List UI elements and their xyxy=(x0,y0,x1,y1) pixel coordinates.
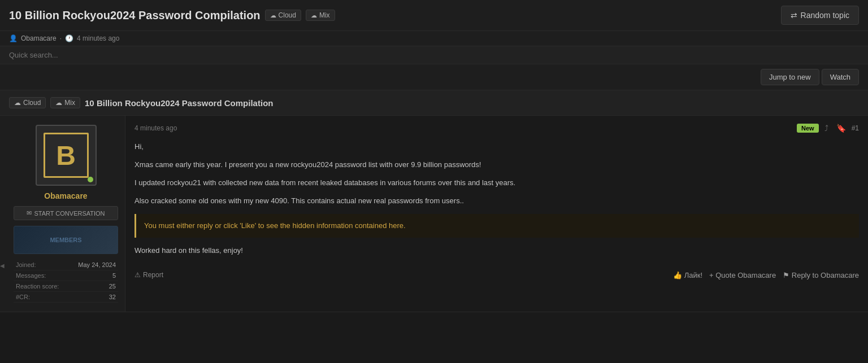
stat-messages: Messages: 5 xyxy=(14,270,118,281)
cloud-icon-2: ☁ xyxy=(14,99,21,107)
author-name[interactable]: Obamacare xyxy=(21,34,57,42)
mix-icon: ☁ xyxy=(311,12,317,19)
stat-reaction-score: Reaction score: 25 xyxy=(14,281,118,292)
post-line1: Xmas came early this year. I present you… xyxy=(134,159,859,171)
top-header: 10 Billion Rockyou2024 Password Compilat… xyxy=(0,0,868,31)
tag-mix[interactable]: ☁ Mix xyxy=(306,10,335,21)
search-bar xyxy=(0,46,868,64)
avatar-container: B xyxy=(36,125,97,186)
sidebar-collapse[interactable]: ◀ xyxy=(0,116,7,312)
like-button[interactable]: 👍 Лайк! xyxy=(673,271,702,279)
reply-button[interactable]: ⚑ Reply to Obamacare xyxy=(783,271,859,279)
report-icon: ⚠ xyxy=(134,271,141,279)
post-actions: New ⤴ 🔖 #1 xyxy=(797,123,859,134)
reply-actions: 👍 Лайк! + Quote Obamacare ⚑ Reply to Oba… xyxy=(673,271,859,279)
user-banner: MEMBERS xyxy=(14,226,118,254)
stat-cr: #CR: 32 xyxy=(14,292,118,303)
thread-tag-cloud[interactable]: ☁ Cloud xyxy=(9,97,46,108)
post-line3: Also cracked some old ones with my new 4… xyxy=(134,195,859,207)
post-greeting: Hi, xyxy=(134,141,859,153)
quote-button[interactable]: + Quote Obamacare xyxy=(709,271,776,279)
share-icon[interactable]: ⤴ xyxy=(822,123,831,134)
post-body: Hi, Xmas came early this year. I present… xyxy=(134,141,859,257)
avatar: B xyxy=(44,133,89,178)
post-footer: ⚠ Report 👍 Лайк! + Quote Obamacare ⚑ Rep… xyxy=(134,266,859,279)
post-timestamp: 4 minutes ago xyxy=(134,124,177,132)
user-icon: 👤 xyxy=(9,34,18,42)
time-icon: 🕐 xyxy=(65,34,73,42)
message-icon: ✉ xyxy=(27,209,32,217)
thread-tags-row: ☁ Cloud ☁ Mix 10 Billion Rockyou2024 Pas… xyxy=(0,90,868,116)
user-stats: Joined: May 24, 2024 Messages: 5 Reactio… xyxy=(14,260,118,303)
bookmark-icon[interactable]: 🔖 xyxy=(834,123,848,134)
start-conversation-button[interactable]: ✉ START CONVERSATION xyxy=(14,206,118,220)
thread-tag-mix[interactable]: ☁ Mix xyxy=(50,97,80,108)
search-input[interactable] xyxy=(9,51,179,59)
page-title: 10 Billion Rockyou2024 Password Compilat… xyxy=(9,9,261,22)
cloud-icon: ☁ xyxy=(270,12,276,19)
random-topic-button[interactable]: ⇄ Random topic xyxy=(781,6,859,25)
post-time-header: 4 minutes ago xyxy=(77,34,119,42)
watch-button[interactable]: Watch xyxy=(822,69,859,85)
online-indicator xyxy=(88,177,93,182)
action-bar: Jump to new Watch xyxy=(0,64,868,90)
post-number: #1 xyxy=(852,124,859,132)
post-container: ◀ B Obamacare ✉ START CONVERSATION MEMBE… xyxy=(0,116,868,312)
topic-title-area: 10 Billion Rockyou2024 Password Compilat… xyxy=(9,9,335,22)
hidden-content-notice: You must either reply or click 'Like' to… xyxy=(134,214,859,238)
thumbs-up-icon: 👍 xyxy=(673,271,682,279)
report-button[interactable]: ⚠ Report xyxy=(134,271,163,279)
mix-icon-2: ☁ xyxy=(55,99,62,107)
new-badge: New xyxy=(797,124,819,133)
tag-cloud[interactable]: ☁ Cloud xyxy=(265,10,301,21)
thread-title: 10 Billion Rockyou2024 Password Compilat… xyxy=(85,98,273,108)
stat-joined: Joined: May 24, 2024 xyxy=(14,260,118,270)
post-header: 4 minutes ago New ⤴ 🔖 #1 xyxy=(134,123,859,134)
user-sidebar: B Obamacare ✉ START CONVERSATION MEMBERS… xyxy=(7,116,125,312)
post-line2: I updated rockyou21 with collected new d… xyxy=(134,177,859,189)
random-icon: ⇄ xyxy=(791,11,797,20)
author-row: 👤 Obamacare · 🕐 4 minutes ago xyxy=(0,31,868,46)
post-content-area: 4 minutes ago New ⤴ 🔖 #1 Hi, Xmas came e… xyxy=(125,116,868,312)
post-closing: Worked hard on this fellas, enjoy! xyxy=(134,244,859,257)
jump-to-new-button[interactable]: Jump to new xyxy=(761,69,819,85)
sidebar-username[interactable]: Obamacare xyxy=(44,191,87,200)
